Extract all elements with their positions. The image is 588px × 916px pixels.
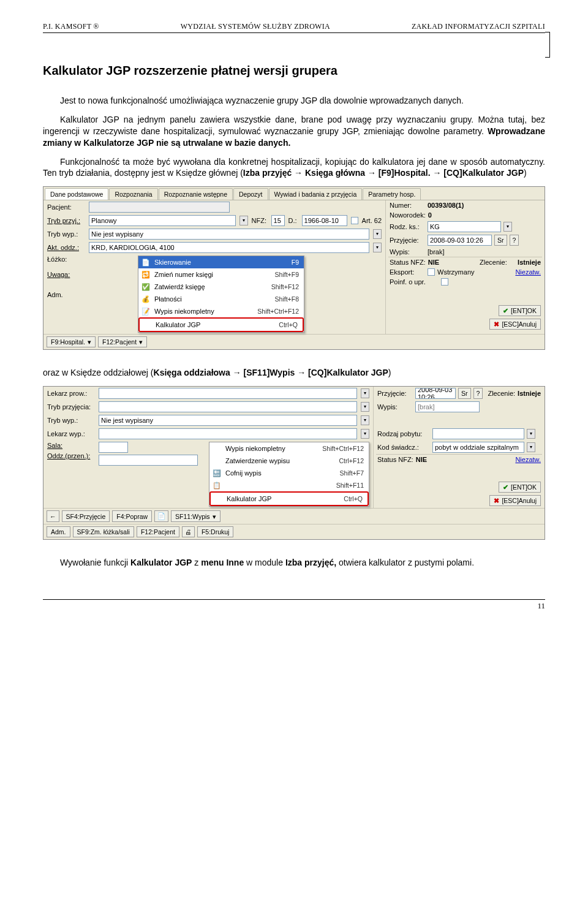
tryb-wyp-field[interactable]: Nie jest wypisany — [89, 229, 369, 240]
label-adm: Adm. — [47, 291, 85, 298]
adm-button[interactable]: Adm. — [47, 526, 70, 537]
menu-shortcut: Shift+F11 — [336, 482, 364, 489]
menu-skierowanie[interactable]: 📄 Skierowanie F9 — [138, 256, 304, 268]
label-lozko: Łóżko: — [47, 255, 85, 263]
right-margin-box — [545, 32, 550, 58]
checkbox-art62[interactable] — [351, 217, 358, 224]
link-niezatw[interactable]: Niezatw. — [515, 268, 541, 276]
menu-platnosci[interactable]: 💰 Płatności Shift+F8 — [138, 293, 304, 305]
prev-button[interactable]: ← — [47, 510, 59, 522]
ok-button[interactable]: ✔[ENT]OK — [499, 482, 541, 493]
sr-button[interactable]: Sr — [494, 235, 507, 246]
label-status-nfz: Status NFZ: — [390, 259, 426, 266]
rodzaj-pobytu-field[interactable] — [432, 428, 524, 439]
dropdown-icon[interactable]: ▾ — [239, 216, 248, 225]
label-tryb-przyjecia: Tryb przyjęcia: — [47, 403, 95, 411]
menu-label: Płatności — [154, 295, 271, 303]
button-label: [ENT]OK — [511, 483, 537, 491]
tab-parametry[interactable]: Parametry hosp. — [363, 188, 421, 200]
header-left: P.I. KAMSOFT ® — [43, 22, 99, 31]
pacjent-button[interactable]: F12:Pacjent ▾ — [98, 336, 147, 347]
checkbox-wstrzymany[interactable] — [428, 268, 435, 276]
label-tryb-wyp: Tryb wyp.: — [47, 230, 85, 238]
lekarz-field[interactable] — [99, 388, 357, 399]
tab-dane-podstawowe[interactable]: Dane podstawowe — [45, 188, 108, 200]
label-lekarz-prow: Lekarz prow.: — [47, 390, 95, 397]
dropdown-icon[interactable]: ▾ — [503, 222, 512, 232]
kod-swiadcz-field[interactable]: pobyt w oddziale szpitalnym — [432, 442, 524, 453]
hospital-button[interactable]: F9:Hospital. ▾ — [47, 336, 96, 347]
menu-shortcut: Shift+F12 — [271, 283, 299, 290]
menu-cofnij-wypis[interactable]: 🔙Cofnij wypisShift+F7 — [209, 467, 369, 479]
zlecenie-value: Istnieje — [518, 390, 541, 397]
label-wypis: Wypis: — [377, 403, 413, 411]
dropdown-icon[interactable]: ▾ — [361, 402, 369, 412]
menu-label: Wypis niekompletny — [154, 308, 254, 315]
close-icon: ✖ — [494, 320, 499, 328]
dropdown-icon[interactable]: ▾ — [527, 429, 535, 439]
tab-bar: Dane podstawowe Rozpoznania Rozpoznanie … — [43, 187, 545, 200]
lekarz-wyp-field[interactable] — [99, 428, 357, 439]
tryb-wyp-field[interactable]: Nie jest wypisany — [99, 415, 357, 426]
tab-depozyt[interactable]: Depozyt — [233, 188, 268, 200]
pacjent-button[interactable]: F12:Pacjent — [137, 526, 179, 537]
menu-zatwierdz[interactable]: ✅ Zatwierdź księgę Shift+F12 — [138, 281, 304, 293]
link-niezatw[interactable]: Niezatw. — [515, 456, 541, 463]
text-bold: Księga oddziałowa → [SF11]Wypis → [CQ]Ka… — [154, 368, 388, 377]
dropdown-icon[interactable]: ▾ — [373, 243, 382, 252]
przyjecie-button[interactable]: SF4:Przyjęcie — [62, 510, 110, 522]
dropdown-icon[interactable]: ▾ — [361, 429, 369, 439]
tab-rozpoznania[interactable]: Rozpoznania — [109, 188, 157, 200]
przyjecie-field[interactable]: 2008-09-03 10:26 — [428, 235, 492, 246]
menu-zatwierdzenie-wypisu[interactable]: Zatwierdzenie wypisuCtrl+F12 — [209, 455, 369, 467]
cancel-button[interactable]: ✖[ESC]Anuluj — [489, 495, 541, 506]
nfz-field[interactable]: 15 — [271, 215, 285, 226]
label-art62: Art. 62 — [362, 217, 382, 224]
oddz-field[interactable] — [99, 455, 198, 466]
print-icon[interactable]: 🖨 — [182, 526, 195, 537]
zm-lozka-button[interactable]: SF9:Zm. łóżka/sali — [73, 526, 134, 537]
przyjecie-field[interactable]: 2008-09-03 10:26 — [415, 388, 456, 399]
checkbox-poinf[interactable] — [441, 278, 448, 286]
tryb-przyjecia-field[interactable] — [99, 401, 357, 412]
dropdown-icon[interactable]: ▾ — [373, 229, 382, 239]
dropdown-icon[interactable]: ▾ — [361, 388, 369, 398]
menu-wypis-niekompletny[interactable]: Wypis niekompletnyShift+Ctrl+F12 — [209, 442, 369, 455]
menu-kalkulator-jgp[interactable]: Kalkulator JGPCtrl+Q — [209, 491, 369, 506]
context-menu: Wypis niekompletnyShift+Ctrl+F12 Zatwier… — [209, 442, 369, 507]
menu-label: Zatwierdź księgę — [154, 283, 268, 290]
akt-oddz-field[interactable]: KRD, KARDIOLOGIA, 4100 — [89, 242, 369, 253]
wypis-field[interactable]: [brak] — [415, 401, 480, 412]
text: w module — [244, 558, 285, 567]
noworodek-value: 0 — [428, 211, 432, 219]
tab-rozpoznanie-wstepne[interactable]: Rozpoznanie wstępne — [159, 188, 233, 200]
button-label: SF11:Wypis — [175, 513, 210, 520]
menu-kalkulator-jgp[interactable]: Kalkulator JGP Ctrl+Q — [138, 317, 304, 332]
popraw-button[interactable]: F4:Popraw — [112, 510, 152, 522]
label-wypis: Wypis: — [390, 248, 425, 255]
menu-label: Cofnij wypis — [225, 469, 336, 477]
dropdown-icon[interactable]: ▾ — [361, 415, 369, 425]
doc-icon[interactable]: 📄 — [154, 510, 168, 522]
text-bold: Izba przyjęć, — [285, 558, 336, 567]
d-field[interactable]: 1966-08-10 — [302, 215, 347, 226]
help-icon[interactable]: ? — [473, 388, 483, 399]
tryb-przyj-field[interactable]: Planowy — [89, 215, 236, 226]
help-icon[interactable]: ? — [510, 235, 519, 246]
ok-button[interactable]: ✔[ENT]OK — [499, 305, 541, 316]
menu-item[interactable]: 📋Shift+F11 — [209, 479, 369, 491]
rodz-ks-field[interactable]: KG — [428, 221, 501, 232]
paragraph-1: Jest to nowa funkcjonalność umożliwiając… — [43, 95, 545, 107]
drukuj-button[interactable]: F5:Drukuj — [197, 526, 234, 537]
menu-label: Skierowanie — [154, 259, 288, 266]
tab-wywiad[interactable]: Wywiad i badania z przyjęcia — [269, 188, 363, 200]
menu-zmien-numer[interactable]: 🔁 Zmień numer księgi Shift+F9 — [138, 268, 304, 281]
cancel-button[interactable]: ✖[ESC]Anuluj — [489, 319, 541, 330]
label-oddz-przen: Oddz.(przen.): — [47, 452, 95, 460]
menu-wypis-niekompletny[interactable]: 📝 Wypis niekompletny Shift+Ctrl+F12 — [138, 305, 304, 317]
sala-field[interactable] — [99, 442, 128, 453]
wypis-button[interactable]: SF11:Wypis ▾ — [171, 510, 221, 522]
sr-button[interactable]: Sr — [458, 388, 471, 399]
dropdown-icon[interactable]: ▾ — [527, 442, 535, 452]
numer-value: 00393/08(1) — [428, 202, 464, 209]
